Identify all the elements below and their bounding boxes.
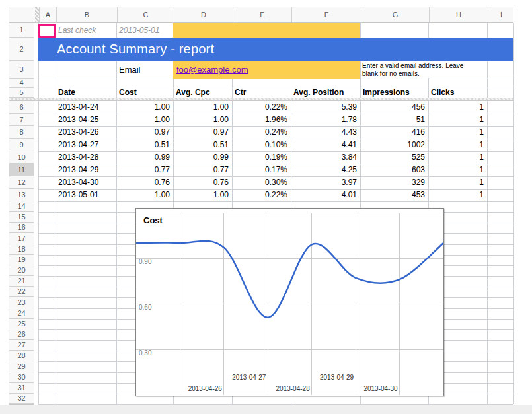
table-row-date[interactable]: 2013-04-30 <box>56 176 116 189</box>
email-link[interactable]: foo@example.com <box>176 65 248 75</box>
row-header-20[interactable]: 20 <box>9 265 34 276</box>
last-check-value-cell[interactable]: 2013-05-01 <box>116 23 173 38</box>
table-cell[interactable]: 4.43 <box>291 126 360 139</box>
table-cell[interactable]: 1 <box>428 176 487 189</box>
column-header-i[interactable]: I <box>488 7 514 22</box>
table-cell[interactable]: 0.30% <box>232 176 291 189</box>
table-cell[interactable]: 1002 <box>360 139 428 151</box>
row-header-11[interactable]: 11 <box>9 164 34 176</box>
table-cell[interactable]: 1 <box>428 101 487 114</box>
table-cell[interactable]: 0.22% <box>232 101 291 114</box>
table-cell[interactable]: 0.24% <box>232 126 291 139</box>
table-cell[interactable]: 4.41 <box>291 139 360 151</box>
table-cell[interactable]: 1.00 <box>116 189 173 201</box>
table-cell[interactable]: 1 <box>428 189 487 201</box>
table-cell[interactable]: 416 <box>360 126 428 139</box>
table-row-date[interactable]: 2013-04-29 <box>56 164 116 176</box>
table-cell[interactable]: 0.97 <box>173 126 232 139</box>
row-header-24[interactable]: 24 <box>9 308 34 319</box>
table-header-cell[interactable]: Date <box>56 88 116 98</box>
column-header-e[interactable]: E <box>233 7 291 22</box>
table-row-date[interactable]: 2013-04-24 <box>56 101 116 114</box>
table-header-cell[interactable]: Ctr <box>232 88 291 98</box>
table-cell[interactable]: 1.00 <box>173 114 232 126</box>
table-row-date[interactable]: 2013-04-27 <box>56 139 116 151</box>
table-cell[interactable]: 0.76 <box>173 176 232 189</box>
row-header-23[interactable]: 23 <box>9 297 34 308</box>
table-cell[interactable]: 0.77 <box>173 164 232 176</box>
table-cell[interactable]: 1.00 <box>173 101 232 114</box>
table-cell[interactable]: 329 <box>360 176 428 189</box>
email-label-cell[interactable]: Email <box>116 61 173 79</box>
row-header-12[interactable]: 12 <box>9 176 34 189</box>
row-header-3[interactable]: 3 <box>9 61 34 79</box>
table-cell[interactable]: 1.00 <box>116 101 173 114</box>
table-cell[interactable]: 1.00 <box>173 189 232 201</box>
row-header-9[interactable]: 9 <box>9 139 34 151</box>
row-header-19[interactable]: 19 <box>9 255 34 265</box>
table-cell[interactable]: 1 <box>428 164 487 176</box>
column-header-c[interactable]: C <box>117 7 174 22</box>
row-header-29[interactable]: 29 <box>9 361 34 372</box>
table-cell[interactable]: 3.97 <box>291 176 360 189</box>
email-cell[interactable]: foo@example.com <box>173 61 360 79</box>
column-header-f[interactable]: F <box>291 7 361 22</box>
row-header-27[interactable]: 27 <box>9 340 34 351</box>
table-row-date[interactable]: 2013-05-01 <box>56 189 116 201</box>
table-cell[interactable]: 1.78 <box>291 114 360 126</box>
table-cell[interactable]: 1.96% <box>232 114 291 126</box>
table-header-cell[interactable]: Impressions <box>360 88 428 98</box>
row-header-4[interactable]: 4 <box>9 79 34 88</box>
table-cell[interactable]: 0.77 <box>116 164 173 176</box>
column-header-d[interactable]: D <box>174 7 233 22</box>
row-header-5[interactable]: 5 <box>9 88 34 98</box>
last-check-label-cell[interactable]: Last check <box>56 23 116 38</box>
table-cell[interactable]: 1.00 <box>116 114 173 126</box>
row-header-10[interactable]: 10 <box>9 151 34 164</box>
row-header-1[interactable]: 1 <box>9 23 34 38</box>
row-header-32[interactable]: 32 <box>9 394 34 404</box>
table-header-cell[interactable]: Avg. Cpc <box>173 88 232 98</box>
table-cell[interactable]: 3.84 <box>291 151 360 164</box>
row-header-17[interactable]: 17 <box>9 233 34 244</box>
table-cell[interactable]: 0.10% <box>232 139 291 151</box>
row-header-7[interactable]: 7 <box>9 114 34 126</box>
row-header-16[interactable]: 16 <box>9 223 34 233</box>
row-header-15[interactable]: 15 <box>9 212 34 223</box>
table-cell[interactable]: 0.51 <box>116 139 173 151</box>
table-header-cell[interactable]: Avg. Position <box>291 88 360 98</box>
table-header-cell[interactable]: Clicks <box>428 88 487 98</box>
row-header-13[interactable]: 13 <box>9 189 34 201</box>
highlight-cells-d1-f1[interactable] <box>173 23 360 38</box>
table-cell[interactable]: 0.99 <box>173 151 232 164</box>
table-row-date[interactable]: 2013-04-28 <box>56 151 116 164</box>
row-header-21[interactable]: 21 <box>9 276 34 287</box>
table-cell[interactable]: 51 <box>360 114 428 126</box>
table-cell[interactable]: 1 <box>428 139 487 151</box>
table-cell[interactable]: 0.76 <box>116 176 173 189</box>
table-cell[interactable]: 4.01 <box>291 189 360 201</box>
table-header-cell[interactable]: Cost <box>116 88 173 98</box>
column-header-a[interactable]: A <box>39 7 56 22</box>
table-cell[interactable]: 453 <box>360 189 428 201</box>
table-cell[interactable]: 5.39 <box>291 101 360 114</box>
column-header-b[interactable]: B <box>56 7 117 22</box>
table-cell[interactable]: 0.22% <box>232 189 291 201</box>
table-cell[interactable]: 456 <box>360 101 428 114</box>
table-cell[interactable]: 0.17% <box>232 164 291 176</box>
row-header-14[interactable]: 14 <box>9 201 34 212</box>
row-header-6[interactable]: 6 <box>9 101 34 114</box>
row-header-18[interactable]: 18 <box>9 244 34 255</box>
chart[interactable]: Cost 0.300.600.902013-04-262013-04-27201… <box>135 208 444 396</box>
table-cell[interactable]: 0.99 <box>116 151 173 164</box>
table-row-date[interactable]: 2013-04-26 <box>56 126 116 139</box>
table-cell[interactable]: 0.19% <box>232 151 291 164</box>
row-header-2[interactable]: 2 <box>9 38 34 61</box>
column-header-g[interactable]: G <box>361 7 429 22</box>
row-header-22[interactable]: 22 <box>9 287 34 297</box>
table-cell[interactable]: 525 <box>360 151 428 164</box>
table-cell[interactable]: 1 <box>428 126 487 139</box>
table-cell[interactable]: 1 <box>428 114 487 126</box>
table-row-date[interactable]: 2013-04-25 <box>56 114 116 126</box>
table-cell[interactable]: 0.51 <box>173 139 232 151</box>
